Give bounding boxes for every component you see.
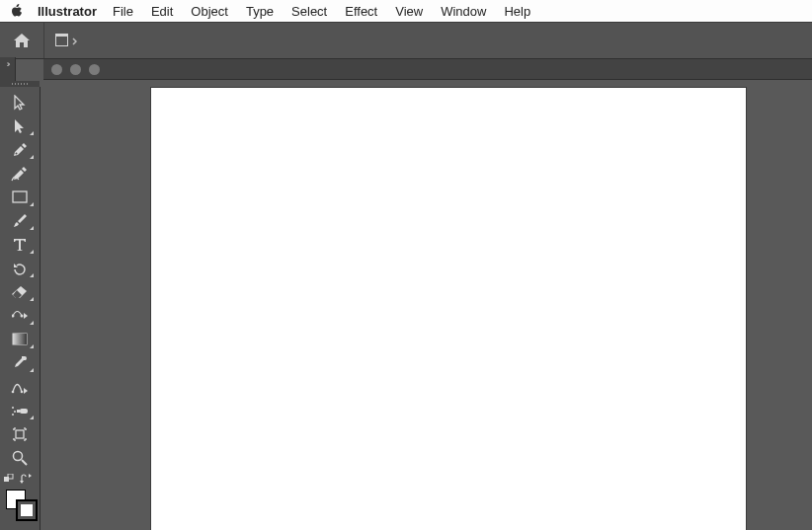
svg-point-12 — [12, 407, 14, 409]
paintbrush-tool[interactable] — [2, 209, 38, 233]
svg-rect-7 — [13, 334, 27, 344]
gradient-tool[interactable] — [2, 328, 38, 351]
arrange-documents-button[interactable] — [44, 23, 88, 58]
svg-point-8 — [12, 391, 15, 394]
zoom-tool[interactable] — [2, 446, 38, 470]
menu-edit[interactable]: Edit — [151, 4, 173, 19]
window-minimize-button[interactable] — [70, 64, 81, 75]
direct-selection-tool[interactable] — [2, 114, 38, 138]
svg-point-5 — [21, 315, 24, 318]
svg-rect-1 — [56, 37, 67, 45]
eraser-tool[interactable] — [2, 280, 38, 304]
swap-fill-stroke-icon[interactable] — [4, 472, 14, 487]
fill-stroke-controls-row — [0, 470, 40, 488]
arrange-documents-icon — [55, 34, 77, 47]
eyedropper-tool[interactable] — [2, 351, 38, 375]
document-window — [43, 59, 812, 530]
type-tool[interactable] — [2, 233, 38, 257]
svg-rect-11 — [17, 410, 20, 413]
svg-rect-6 — [13, 334, 27, 344]
symbol-sprayer-tool[interactable] — [2, 399, 38, 422]
default-fill-stroke-icon[interactable] — [20, 472, 32, 487]
artboard-canvas[interactable] — [150, 87, 747, 530]
chevron-right-icon: ›› — [7, 59, 9, 69]
svg-rect-10 — [20, 409, 28, 414]
app-topbar — [0, 22, 812, 59]
window-close-button[interactable] — [51, 64, 62, 75]
svg-point-13 — [14, 411, 16, 413]
app-name[interactable]: Illustrator — [38, 4, 97, 19]
menu-select[interactable]: Select — [291, 4, 327, 19]
svg-rect-19 — [8, 474, 13, 479]
svg-point-4 — [12, 315, 15, 318]
svg-rect-3 — [13, 191, 27, 202]
window-maximize-button[interactable] — [89, 64, 100, 75]
svg-line-17 — [22, 460, 27, 465]
svg-point-16 — [14, 452, 23, 461]
menu-help[interactable]: Help — [504, 4, 530, 19]
home-icon — [13, 33, 31, 48]
tools-panel — [0, 87, 41, 530]
menu-effect[interactable]: Effect — [345, 4, 377, 19]
rectangle-tool[interactable] — [2, 186, 38, 209]
pen-tool[interactable] — [2, 138, 38, 162]
menu-window[interactable]: Window — [441, 4, 486, 19]
menu-object[interactable]: Object — [191, 4, 228, 19]
menu-type[interactable]: Type — [246, 4, 274, 19]
svg-point-2 — [16, 153, 18, 155]
svg-point-9 — [21, 391, 24, 394]
blend-tool[interactable] — [2, 375, 38, 399]
fill-stroke-swatches[interactable] — [3, 488, 37, 517]
svg-rect-18 — [4, 477, 9, 482]
panels-collapse-handle[interactable]: ›› — [0, 57, 16, 83]
curvature-tool[interactable] — [2, 162, 38, 186]
home-button[interactable] — [0, 23, 44, 58]
document-titlebar[interactable] — [43, 59, 812, 80]
stroke-swatch[interactable] — [16, 499, 38, 521]
free-transform-tool[interactable] — [2, 304, 38, 328]
menu-view[interactable]: View — [395, 4, 423, 19]
apple-menu-icon[interactable] — [10, 4, 24, 18]
svg-rect-15 — [16, 430, 24, 438]
artboard-tool[interactable] — [2, 422, 38, 446]
selection-tool[interactable] — [2, 91, 38, 114]
mac-menubar: Illustrator File Edit Object Type Select… — [0, 0, 812, 23]
svg-point-14 — [12, 414, 14, 416]
rotate-tool[interactable] — [2, 257, 38, 280]
menu-file[interactable]: File — [113, 4, 133, 19]
